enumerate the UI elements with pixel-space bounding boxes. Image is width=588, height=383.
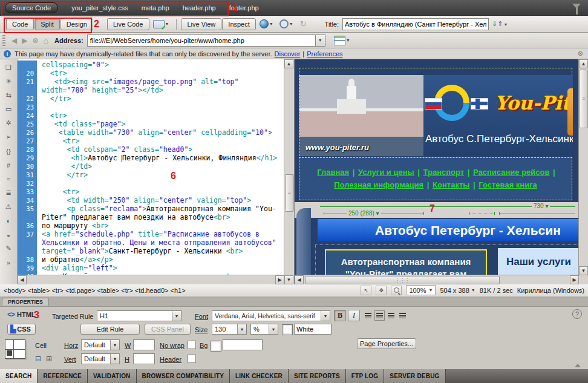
results-tab-link-checker[interactable]: LINK CHECKER <box>230 369 289 383</box>
more-tools-icon[interactable]: » <box>2 256 15 269</box>
code-text[interactable]: <tr> <box>37 69 284 77</box>
remove-comment-icon[interactable]: ◒ <box>2 228 15 241</box>
code-text[interactable]: <td><img src="images/page_top.png" alt="… <box>37 77 284 94</box>
tag-selector-item[interactable]: <body> <box>4 287 26 294</box>
results-tab-server-debug[interactable]: SERVER DEBUG <box>384 369 445 383</box>
code-text[interactable]: cellspacing="0"> <box>37 61 284 69</box>
nav-link[interactable]: Контакты <box>433 180 469 189</box>
results-tab-search[interactable]: SEARCH <box>0 369 38 383</box>
tag-selector-item[interactable]: <table> <box>28 287 50 294</box>
split-cell-icon[interactable]: ⊞ <box>46 355 52 363</box>
highlight-invalid-code-icon[interactable]: ≈ <box>2 172 15 185</box>
size-select[interactable]: 130▼ <box>212 324 247 335</box>
file-list-icon[interactable] <box>334 36 345 45</box>
code-text[interactable]: <p class="reclama">Автотранспортная комп… <box>37 205 284 221</box>
file-transfer-icon[interactable]: ⇓⇑▼ <box>492 20 508 28</box>
live-view-button[interactable]: Live View <box>181 18 221 30</box>
title-input[interactable] <box>342 18 489 30</box>
close-infobar-icon[interactable]: ⊗ <box>578 50 583 57</box>
expand-all-icon[interactable]: ✲ <box>2 117 15 129</box>
page-heading-h1[interactable]: Автобус Петербург - Хельсин <box>318 219 580 241</box>
syntax-error-alerts-icon[interactable]: ⚠ <box>2 200 15 213</box>
help-icon[interactable]: ? <box>572 309 582 319</box>
header-checkbox[interactable] <box>188 355 196 363</box>
code-text[interactable]: <table width="730" align="center" cellpa… <box>37 128 284 137</box>
page-properties-button[interactable]: Page Properties... <box>357 338 416 349</box>
code-text[interactable]: и обратно</a></p> <box>37 255 284 264</box>
code-text[interactable]: <tr> <box>37 188 284 196</box>
html-mode-button[interactable]: <> HTML <box>7 310 36 319</box>
address-dropdown-icon[interactable]: ▼ <box>316 34 325 47</box>
address-input[interactable] <box>87 34 316 47</box>
collapse-full-tag-icon[interactable]: ⇆ <box>2 89 15 102</box>
code-text[interactable]: <td colspan="2" class="head0"> <box>37 145 284 154</box>
related-file-header[interactable]: header.php <box>183 4 216 11</box>
check-browser-compat-icon[interactable]: ▼ <box>153 20 169 28</box>
results-tab-site-reports[interactable]: SITE REPORTS <box>289 369 346 383</box>
edit-rule-button[interactable]: Edit Rule <box>80 324 140 335</box>
discover-link[interactable]: Discover <box>275 50 301 57</box>
code-text[interactable] <box>37 179 284 188</box>
forward-icon[interactable]: ▶ <box>22 36 27 45</box>
source-code-tab[interactable]: Source Code <box>5 2 58 13</box>
align-center-icon[interactable] <box>374 310 385 321</box>
nowrap-checkbox[interactable] <box>188 341 196 349</box>
nav-link[interactable]: Полезная информация <box>334 180 423 189</box>
window-size-select[interactable]: 504 x 388▼ <box>440 287 475 294</box>
code-text[interactable]: <td width="250" align="center" valign="t… <box>37 196 284 205</box>
vert-select[interactable]: Default▼ <box>81 353 120 364</box>
split-view-button[interactable]: Split <box>34 18 59 30</box>
inspect-button[interactable]: Inspect <box>222 18 255 30</box>
services-cell[interactable]: Наши услуги <box>498 248 580 276</box>
tag-selector-item[interactable]: <tr> <box>51 287 64 294</box>
tag-selector-item[interactable]: <h1> <box>171 287 186 294</box>
code-navigator-icon[interactable]: ✳ <box>2 75 15 88</box>
bg-color-swatch[interactable] <box>211 341 221 352</box>
code-text[interactable]: <tr> <box>37 137 284 145</box>
home-icon[interactable]: ⌂ <box>44 36 48 45</box>
code-editor[interactable]: cellspacing="0">20 <tr>21 <td><img src="… <box>18 59 284 275</box>
code-hscrollbar[interactable]: ◀ ▶ <box>18 275 284 284</box>
css-mode-button[interactable]: ▙ CSS <box>7 324 36 335</box>
design-view-button[interactable]: Design <box>60 18 93 30</box>
apply-comment-icon[interactable]: ◐ <box>2 214 15 227</box>
nav-link[interactable]: Услуги и цены <box>358 168 414 177</box>
design-hscrollbar[interactable]: ◀ ⋮⋮⋮ ▶ <box>295 275 579 284</box>
balance-braces-icon[interactable]: {} <box>2 145 15 157</box>
panel-resize-icon[interactable] <box>575 364 581 367</box>
tag-selector-item[interactable]: <table> <box>97 287 120 294</box>
text-color-field[interactable] <box>294 324 332 335</box>
code-text[interactable]: <div align="left"> <box>37 264 284 272</box>
bg-color-field[interactable] <box>223 339 263 350</box>
code-text[interactable] <box>37 103 284 111</box>
tag-selector-item[interactable]: <tr> <box>121 287 133 294</box>
live-code-button[interactable]: Live Code <box>107 18 149 30</box>
nav-link[interactable]: Гостевая книга <box>479 180 537 189</box>
code-text[interactable]: </tr> <box>37 171 284 179</box>
h-field[interactable] <box>133 353 155 364</box>
related-file-meta[interactable]: meta.php <box>142 4 169 11</box>
font-select[interactable]: Verdana, Arial, Helvetica, sans-serif▼ <box>212 310 330 321</box>
align-right-icon[interactable] <box>386 310 396 321</box>
code-text[interactable]: <h1>Автобус Петербург - Хельсинки, Финля… <box>37 154 284 162</box>
line-numbers-icon[interactable]: # <box>2 159 15 171</box>
visual-aids-icon[interactable]: ▼ <box>279 19 293 28</box>
code-text[interactable]: по маршруту <br> <box>37 221 284 230</box>
design-pane[interactable]: You-Piter Автобус С.Петербург-Хельсинки … <box>295 59 588 284</box>
align-justify-icon[interactable] <box>397 310 408 321</box>
code-text[interactable]: <a href="schedule.php" title="Расписание… <box>37 230 284 255</box>
targeted-rule-select[interactable]: H1▼ <box>97 310 181 321</box>
code-vscrollbar[interactable]: ▲ ≡ ▼ <box>284 59 294 284</box>
column-width-250[interactable]: 250 (288) ▾ <box>347 210 381 217</box>
related-file-css[interactable]: you_piter_style.css <box>71 4 128 11</box>
filter-icon[interactable] <box>572 4 581 8</box>
code-text[interactable]: </td> <box>37 162 284 171</box>
code-text[interactable]: <td class="page"> <box>37 120 284 128</box>
back-icon[interactable]: ◀ <box>11 36 17 45</box>
table-width-730[interactable]: 730 ▾ <box>532 203 550 209</box>
italic-button[interactable]: I <box>348 310 360 321</box>
design-vscrollbar[interactable]: ▲ ≡ ▼ <box>578 59 588 275</box>
results-tab-ftp-log[interactable]: FTP LOG <box>346 369 385 383</box>
select-parent-tag-icon[interactable]: ➢ <box>2 131 15 143</box>
nav-link[interactable]: Транспорт <box>423 168 465 177</box>
